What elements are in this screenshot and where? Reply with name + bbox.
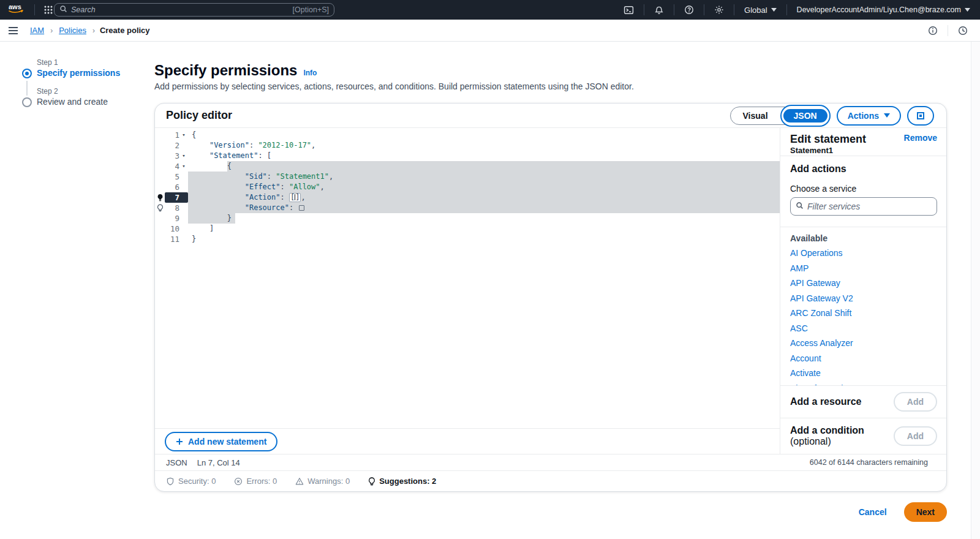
service-link[interactable]: ARC Zonal Shift: [790, 309, 937, 317]
step-connector: [26, 81, 28, 96]
gutter: 4▾: [155, 161, 188, 172]
side-menu-icon[interactable]: [6, 24, 20, 37]
code-line[interactable]: 10 ]: [155, 224, 780, 234]
top-navigation: aws [Option+S]: [0, 0, 980, 20]
json-editor[interactable]: 1▾{2 "Version": "2012-10-17",3▾ "Stateme…: [155, 128, 780, 428]
code-line[interactable]: 7 "Action": [],: [155, 192, 780, 203]
lightbulb-icon: [368, 477, 375, 486]
code-content[interactable]: "Version": "2012-10-17",: [188, 140, 780, 151]
cloudshell-icon[interactable]: [620, 2, 638, 18]
line-number-box: 1▾: [165, 130, 188, 140]
shield-icon: [166, 477, 175, 486]
notifications-bell-icon[interactable]: [650, 2, 668, 17]
code-line[interactable]: 2 "Version": "2012-10-17",: [155, 140, 780, 151]
code-line[interactable]: 3▾ "Statement": [: [155, 151, 780, 161]
expand-editor-button[interactable]: [907, 106, 934, 126]
fold-arrow-icon[interactable]: ▾: [179, 161, 188, 172]
characters-remaining: 6042 of 6144 characters remaining: [810, 458, 928, 467]
code-content[interactable]: }: [188, 213, 780, 224]
actions-dropdown-button[interactable]: Actions: [837, 106, 901, 126]
error-circle-icon: [234, 477, 243, 486]
info-panel-icon[interactable]: [924, 23, 941, 38]
line-number-box: 3▾: [165, 151, 188, 161]
suggestion-lightbulb-icon[interactable]: [155, 204, 165, 212]
code-content[interactable]: "Sid": "Statement1",: [188, 172, 780, 182]
visual-tab[interactable]: Visual: [731, 107, 780, 124]
code-line[interactable]: 9 }: [155, 213, 780, 224]
line-number: 11: [165, 234, 179, 244]
code-content[interactable]: "Statement": [: [188, 151, 780, 161]
code-content[interactable]: {: [188, 161, 780, 172]
add-actions-heading: Add actions: [790, 164, 937, 175]
help-icon[interactable]: [680, 2, 698, 17]
filter-services-input[interactable]: [807, 202, 932, 211]
line-number: 4: [165, 161, 179, 172]
code-line[interactable]: 11}: [155, 234, 780, 244]
editor-mode-indicator: JSON: [166, 458, 187, 467]
code-content[interactable]: "Resource":: [188, 203, 780, 213]
service-link[interactable]: ASC: [790, 324, 937, 333]
settings-gear-icon[interactable]: [710, 2, 728, 17]
info-link[interactable]: Info: [303, 69, 317, 77]
add-condition-label: Add a condition (optional): [790, 425, 894, 447]
cancel-button[interactable]: Cancel: [859, 507, 887, 517]
code-line[interactable]: 5 "Sid": "Statement1",: [155, 172, 780, 182]
service-link[interactable]: Access Analyzer: [790, 339, 937, 347]
service-link[interactable]: Activate: [790, 369, 937, 377]
page-scrollbar[interactable]: [971, 42, 980, 539]
add-new-statement-button[interactable]: Add new statement: [165, 432, 277, 451]
breadcrumb-iam[interactable]: IAM: [29, 24, 45, 36]
global-search[interactable]: [Option+S]: [54, 3, 334, 17]
line-number-box: 8: [165, 203, 188, 213]
breadcrumb-policies[interactable]: Policies: [58, 24, 88, 36]
snippet-placeholder[interactable]: [299, 205, 304, 211]
code-content[interactable]: }: [188, 234, 780, 244]
expand-icon: [917, 112, 924, 119]
code-line[interactable]: 8 "Resource":: [155, 203, 780, 213]
plus-icon: [176, 438, 183, 445]
code-content[interactable]: {: [188, 130, 780, 140]
service-link[interactable]: Account: [790, 354, 937, 363]
search-icon: [59, 4, 67, 15]
code-line[interactable]: 1▾{: [155, 130, 780, 140]
search-input[interactable]: [71, 6, 293, 14]
code-line[interactable]: 6 "Effect": "Allow",: [155, 182, 780, 192]
next-button[interactable]: Next: [904, 502, 947, 522]
card-title: Policy editor: [166, 109, 232, 122]
add-resource-button[interactable]: Add: [894, 392, 937, 412]
account-menu[interactable]: DeveloperAccountAdmin/Liyu.Chen@braze.co…: [793, 6, 974, 14]
suggestion-lightbulb-icon[interactable]: [155, 194, 165, 202]
fold-arrow-icon[interactable]: ▾: [179, 130, 188, 140]
step1-link[interactable]: Specify permissions: [37, 68, 120, 78]
breadcrumb-current: Create policy: [100, 26, 150, 35]
gutter: 2: [155, 140, 188, 151]
json-tab[interactable]: JSON: [780, 105, 831, 127]
add-resource-label: Add a resource: [790, 396, 861, 407]
code-content[interactable]: "Action": [],: [188, 192, 780, 203]
validation-status-bar: Security: 0Errors: 0Warnings: 0Suggestio…: [155, 470, 946, 491]
service-link[interactable]: API Gateway: [790, 279, 937, 287]
code-line[interactable]: 4▾ {: [155, 161, 780, 172]
code-content[interactable]: "Effect": "Allow",: [188, 182, 780, 192]
step2-link[interactable]: Review and create: [37, 97, 108, 107]
aws-logo[interactable]: aws: [7, 2, 28, 17]
editor-mode-toggle: Visual JSON: [730, 107, 831, 125]
step2-label: Step 2: [37, 87, 58, 96]
page-subtitle: Add permissions by selecting services, a…: [154, 81, 634, 91]
line-number: 7: [165, 192, 179, 203]
service-link[interactable]: AI Operations: [790, 249, 937, 257]
add-condition-button[interactable]: Add: [894, 426, 937, 446]
history-clock-icon[interactable]: [954, 23, 971, 38]
fold-arrow-icon[interactable]: ▾: [179, 151, 188, 161]
status-suggestions[interactable]: Suggestions: 2: [368, 477, 436, 486]
snippet-placeholder[interactable]: []: [289, 193, 301, 202]
code-content[interactable]: ]: [188, 224, 780, 234]
status-security: Security: 0: [166, 477, 216, 486]
statement-panel-title: Edit statement: [790, 133, 866, 145]
service-link[interactable]: API Gateway V2: [790, 294, 937, 303]
remove-statement-link[interactable]: Remove: [904, 133, 937, 143]
service-filter[interactable]: [790, 197, 937, 216]
region-selector[interactable]: Global: [741, 6, 780, 15]
service-link[interactable]: AMP: [790, 264, 937, 273]
line-number: 8: [165, 203, 179, 213]
